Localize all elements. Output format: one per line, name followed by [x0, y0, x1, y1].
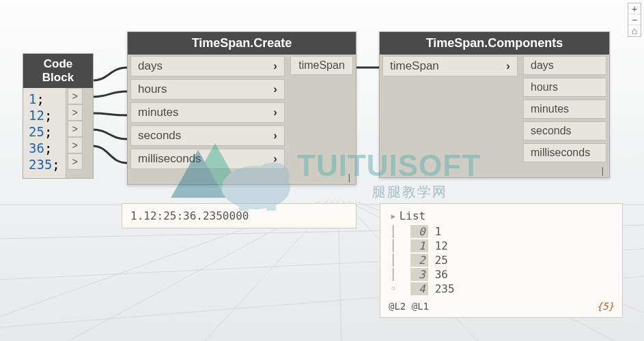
- code-out-port[interactable]: >: [68, 88, 83, 104]
- output-port-minutes[interactable]: minutes: [523, 100, 606, 119]
- chevron-right-icon: ›: [506, 59, 510, 73]
- list-item: │225: [389, 254, 614, 267]
- input-port-timespan[interactable]: timeSpan›: [382, 56, 518, 76]
- output-port-days[interactable]: days: [523, 56, 606, 75]
- zoom-in-button[interactable]: +: [628, 3, 641, 14]
- node-title: TimeSpan.Create: [128, 32, 356, 55]
- list-item: │336: [389, 268, 614, 281]
- input-port-hours[interactable]: hours›: [130, 79, 285, 100]
- list-item: │01: [389, 225, 614, 238]
- code-out-port[interactable]: >: [68, 153, 83, 170]
- zoom-fit-button[interactable]: ⌂: [628, 25, 641, 36]
- code-block-editor[interactable]: 1; 12; 25; 36; 235;: [23, 88, 66, 178]
- node-timespan-components[interactable]: TimeSpan.Components timeSpan› days hours…: [379, 31, 610, 178]
- lacing-indicator: |: [347, 173, 352, 183]
- output-port-timespan[interactable]: timeSpan: [290, 56, 353, 75]
- list-item: ◦4235: [389, 282, 614, 295]
- list-item: │112: [389, 239, 614, 252]
- node-title: TimeSpan.Components: [380, 32, 609, 55]
- input-port-milliseconds[interactable]: milliseconds›: [130, 149, 285, 169]
- preview-timespan-create: 1.12:25:36.2350000: [122, 203, 356, 228]
- output-port-hours[interactable]: hours: [523, 78, 606, 97]
- chevron-right-icon: ›: [273, 59, 277, 73]
- input-port-days[interactable]: days›: [130, 56, 285, 76]
- node-timespan-create[interactable]: TimeSpan.Create days› hours› minutes› se…: [127, 31, 356, 185]
- zoom-out-button[interactable]: −: [628, 14, 641, 25]
- output-port-seconds[interactable]: seconds: [523, 121, 606, 140]
- output-port-milliseconds[interactable]: milliseconds: [523, 143, 606, 162]
- code-out-port[interactable]: >: [68, 121, 83, 137]
- input-port-minutes[interactable]: minutes›: [130, 102, 285, 123]
- code-out-port[interactable]: >: [68, 137, 83, 153]
- code-out-port[interactable]: >: [68, 104, 83, 121]
- node-title: Code Block: [23, 54, 93, 88]
- preview-footer-count: {5}: [597, 301, 614, 312]
- input-port-seconds[interactable]: seconds›: [130, 125, 285, 146]
- chevron-right-icon: ›: [273, 83, 277, 96]
- zoom-controls: + − ⌂: [628, 3, 641, 37]
- chevron-right-icon: ›: [273, 106, 277, 119]
- preview-footer-levels: @L2 @L1: [389, 301, 429, 312]
- lacing-indicator: |: [600, 166, 605, 176]
- node-code-block[interactable]: Code Block 1; 12; 25; 36; 235; > > > > >: [23, 53, 94, 179]
- preview-timespan-components: ▸List │01 │112 │225 │336 ◦4235 @L2 @L1 {…: [380, 203, 623, 318]
- chevron-right-icon: ›: [273, 129, 277, 143]
- chevron-right-icon: ›: [273, 152, 277, 166]
